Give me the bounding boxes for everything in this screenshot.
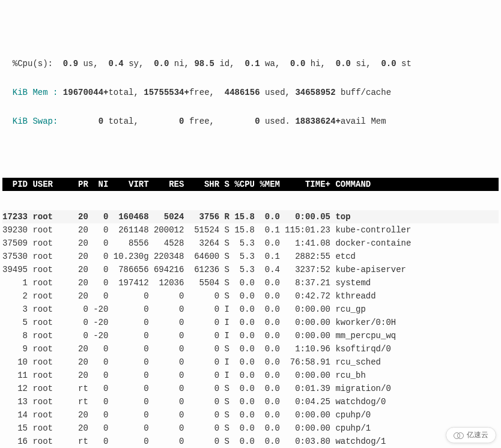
cell-res: 0	[149, 356, 184, 369]
table-row[interactable]: 12rootrt0000S0.00.00:01.39migration/0	[2, 382, 499, 395]
cell-shr: 51524	[184, 223, 219, 237]
cell-pid: 9	[2, 342, 28, 356]
cell-cmd: kworker/0:0H	[330, 316, 396, 329]
cell-time: 2882:55	[280, 250, 330, 263]
cell-time: 0:00.00	[280, 408, 330, 422]
cell-user: root	[28, 210, 68, 223]
cell-virt: 0	[108, 303, 148, 316]
cell-cmd: migration/0	[330, 382, 391, 395]
cell-ni: 0	[88, 342, 109, 356]
cell-s: S	[219, 382, 229, 395]
table-row[interactable]: 13rootrt0000S0.00.00:04.25watchdog/0	[2, 395, 499, 408]
cell-mem: 0.1	[255, 250, 280, 263]
cell-res: 0	[149, 422, 184, 435]
cell-ni: 0	[88, 422, 109, 435]
cell-user: root	[28, 422, 68, 435]
table-row[interactable]: 39495root20078665669421661236S5.30.43237…	[2, 263, 499, 276]
cell-cmd: kube-apiserver	[330, 263, 406, 276]
cell-s: I	[219, 356, 229, 369]
table-row[interactable]: 39230root20026114820001251524S15.80.1115…	[2, 223, 499, 237]
table-row[interactable]: 8root0-20000I0.00.00:00.00mm_percpu_wq	[2, 329, 499, 342]
cell-res: 0	[149, 289, 184, 303]
cell-cmd: mm_percpu_wq	[330, 329, 396, 342]
cell-mem: 0.0	[255, 356, 280, 369]
table-row[interactable]: 37509root200855645283264S5.30.01:41.08do…	[2, 237, 499, 250]
cell-user: root	[28, 303, 68, 316]
cell-pid: 11	[2, 369, 28, 382]
table-row[interactable]: 14root200000S0.00.00:00.00cpuhp/0	[2, 408, 499, 422]
cell-virt: 10.230g	[108, 250, 148, 263]
cell-virt: 0	[108, 369, 148, 382]
cell-mem: 0.0	[255, 303, 280, 316]
cell-pid: 3	[2, 303, 28, 316]
blank-line	[2, 136, 499, 149]
cell-shr: 64600	[184, 250, 219, 263]
cell-mem: 0.0	[255, 369, 280, 382]
cell-pid: 1	[2, 276, 28, 289]
cell-cmd: systemd	[330, 276, 371, 289]
cell-res: 0	[149, 382, 184, 395]
cell-pid: 17233	[2, 210, 28, 223]
cell-virt: 8556	[108, 237, 148, 250]
cell-time: 115:01.23	[280, 223, 330, 237]
cell-cmd: docker-containe	[330, 237, 411, 250]
cell-s: S	[219, 422, 229, 435]
cell-mem: 0.0	[255, 382, 280, 395]
table-row[interactable]: 17233root20016046850243756R15.80.00:00.0…	[2, 210, 499, 223]
table-row[interactable]: 10root200000I0.00.076:58.91rcu_sched	[2, 356, 499, 369]
table-row[interactable]: 9root200000S0.00.01:10.96ksoftirqd/0	[2, 342, 499, 356]
cell-res: 0	[149, 369, 184, 382]
cell-cpu: 0.0	[229, 356, 255, 369]
cell-mem: 0.0	[255, 408, 280, 422]
cell-virt: 0	[108, 408, 148, 422]
cell-s: I	[219, 316, 229, 329]
cell-cpu: 0.0	[229, 303, 255, 316]
cell-user: root	[28, 316, 68, 329]
cell-pid: 39230	[2, 223, 28, 237]
cell-time: 76:58.91	[280, 356, 330, 369]
cell-virt: 0	[108, 342, 148, 356]
table-row[interactable]: 5root0-20000I0.00.00:00.00kworker/0:0H	[2, 316, 499, 329]
cell-mem: 0.1	[255, 223, 280, 237]
cell-virt: 0	[108, 356, 148, 369]
cell-s: S	[219, 342, 229, 356]
cell-res: 5024	[149, 210, 184, 223]
cell-user: root	[28, 237, 68, 250]
table-row[interactable]: 15root200000S0.00.00:00.00cpuhp/1	[2, 422, 499, 435]
cell-ni: 0	[88, 395, 109, 408]
cell-cmd: kthreadd	[330, 289, 376, 303]
cell-ni: 0	[88, 223, 109, 237]
cell-time: 0:00.00	[280, 303, 330, 316]
cell-shr: 0	[184, 395, 219, 408]
cell-res: 0	[149, 395, 184, 408]
cell-shr: 5504	[184, 276, 219, 289]
cell-shr: 0	[184, 316, 219, 329]
cell-pid: 14	[2, 408, 28, 422]
cell-s: S	[219, 263, 229, 276]
cell-shr: 0	[184, 303, 219, 316]
cell-s: S	[219, 395, 229, 408]
cell-cpu: 0.0	[229, 395, 255, 408]
cloud-icon	[454, 432, 463, 438]
cell-pr: 0	[68, 316, 88, 329]
cell-ni: 0	[88, 356, 109, 369]
table-row[interactable]: 16rootrt0000S0.00.00:03.80watchdog/1	[2, 435, 499, 448]
table-row[interactable]: 1root200197412120365504S0.00.08:37.21sys…	[2, 276, 499, 289]
table-row[interactable]: 11root200000I0.00.00:00.00rcu_bh	[2, 369, 499, 382]
table-row[interactable]: 3root0-20000I0.00.00:00.00rcu_gp	[2, 303, 499, 316]
cell-mem: 0.0	[255, 342, 280, 356]
cell-virt: 0	[108, 422, 148, 435]
cpu-summary-line: %Cpu(s): 0.9 us, 0.4 sy, 0.0 ni, 98.5 id…	[2, 49, 499, 68]
cell-virt: 197412	[108, 276, 148, 289]
cell-user: root	[28, 342, 68, 356]
table-row[interactable]: 2root200000S0.00.00:42.72kthreadd	[2, 289, 499, 303]
table-row[interactable]: 37530root20010.230g22034864600S5.30.1288…	[2, 250, 499, 263]
col-command: COMMAND	[330, 178, 371, 191]
cell-virt: 786656	[108, 263, 148, 276]
cell-user: root	[28, 223, 68, 237]
cell-user: root	[28, 329, 68, 342]
cell-ni: 0	[88, 382, 109, 395]
cell-cmd: kube-controller	[330, 223, 411, 237]
col-ni: NI	[88, 178, 109, 191]
cell-mem: 0.0	[255, 210, 280, 223]
